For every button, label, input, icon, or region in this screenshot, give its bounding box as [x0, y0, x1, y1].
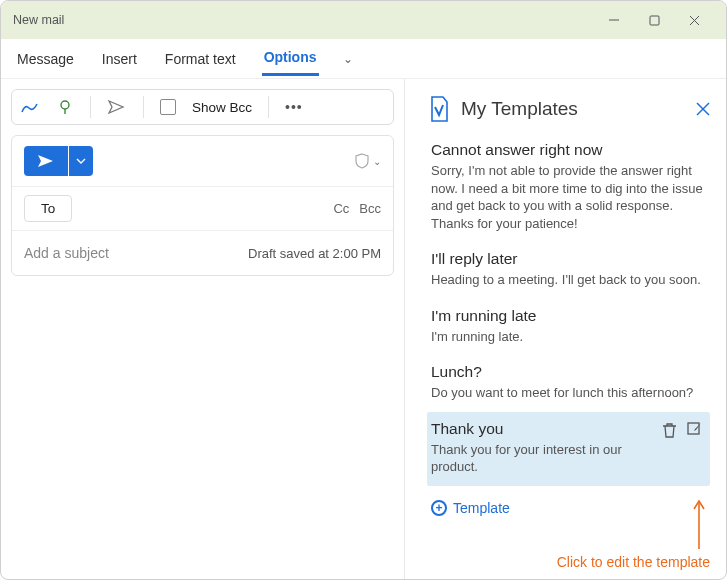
draft-status: Draft saved at 2:00 PM — [248, 246, 381, 261]
edit-template-icon[interactable] — [687, 422, 702, 438]
template-body: Sorry, I'm not able to provide the answe… — [431, 162, 706, 232]
svg-point-4 — [61, 101, 69, 109]
show-bcc-checkbox[interactable] — [160, 99, 176, 115]
send-dropdown[interactable] — [69, 146, 93, 176]
tab-message[interactable]: Message — [15, 43, 76, 75]
window-title: New mail — [13, 13, 64, 27]
send-row: ⌄ — [12, 136, 393, 186]
encryption-icon[interactable] — [355, 153, 369, 169]
template-item[interactable]: Thank youThank you for your interest in … — [427, 412, 710, 486]
subject-input[interactable]: Add a subject — [24, 245, 248, 261]
panel-title: My Templates — [461, 98, 578, 120]
template-body: Heading to a meeting. I'll get back to y… — [431, 271, 706, 289]
options-ribbon: Show Bcc ••• — [11, 89, 394, 125]
template-item[interactable]: Lunch?Do you want to meet for lunch this… — [427, 355, 710, 412]
delete-template-icon[interactable] — [662, 422, 677, 438]
templates-icon — [427, 95, 451, 123]
add-template-label: Template — [453, 500, 510, 516]
template-body: I'm running late. — [431, 328, 706, 346]
tab-format-text[interactable]: Format text — [163, 43, 238, 75]
template-item[interactable]: I'm running lateI'm running late. — [427, 299, 710, 356]
sensitivity-icon[interactable] — [56, 98, 74, 116]
more-options-button[interactable]: ••• — [285, 99, 303, 115]
plus-icon: + — [431, 500, 447, 516]
template-title: Cannot answer right now — [431, 141, 706, 159]
compose-pane: Show Bcc ••• ⌄ To Cc Bcc — [1, 79, 404, 579]
maximize-button[interactable] — [634, 5, 674, 35]
send-later-icon[interactable] — [107, 99, 127, 115]
template-title: Thank you — [431, 420, 660, 438]
template-title: I'm running late — [431, 307, 706, 325]
panel-header: My Templates — [427, 95, 710, 123]
panel-close-button[interactable] — [696, 102, 710, 116]
template-item[interactable]: I'll reply laterHeading to a meeting. I'… — [427, 242, 710, 299]
template-title: Lunch? — [431, 363, 706, 381]
tab-insert[interactable]: Insert — [100, 43, 139, 75]
encryption-dropdown[interactable]: ⌄ — [373, 156, 381, 167]
separator — [268, 96, 269, 118]
template-list: Cannot answer right nowSorry, I'm not ab… — [427, 133, 710, 486]
recipients-row: To Cc Bcc — [12, 186, 393, 230]
bcc-button[interactable]: Bcc — [359, 201, 381, 216]
window-controls — [594, 5, 714, 35]
close-button[interactable] — [674, 5, 714, 35]
annotation-arrow — [692, 499, 706, 549]
svg-rect-1 — [650, 16, 659, 25]
to-button[interactable]: To — [24, 195, 72, 222]
title-bar: New mail — [1, 1, 726, 39]
template-body: Thank you for your interest in our produ… — [431, 441, 660, 476]
message-card: ⌄ To Cc Bcc Add a subject Draft saved at… — [11, 135, 394, 276]
subject-row: Add a subject Draft saved at 2:00 PM — [12, 230, 393, 275]
tab-options[interactable]: Options — [262, 41, 319, 76]
separator — [143, 96, 144, 118]
ribbon-tabs: MessageInsertFormat textOptions⌄ — [1, 39, 726, 79]
signature-icon[interactable] — [20, 98, 40, 116]
send-button[interactable] — [24, 146, 68, 176]
svg-rect-7 — [688, 423, 699, 434]
tabs-overflow-button[interactable]: ⌄ — [343, 52, 353, 66]
template-item[interactable]: Cannot answer right nowSorry, I'm not ab… — [427, 133, 710, 242]
templates-panel: My Templates Cannot answer right nowSorr… — [404, 79, 726, 579]
minimize-button[interactable] — [594, 5, 634, 35]
template-title: I'll reply later — [431, 250, 706, 268]
show-bcc-label: Show Bcc — [192, 100, 252, 115]
add-template-button[interactable]: + Template — [427, 486, 710, 530]
cc-button[interactable]: Cc — [333, 201, 349, 216]
template-body: Do you want to meet for lunch this after… — [431, 384, 706, 402]
separator — [90, 96, 91, 118]
annotation-text: Click to edit the template — [557, 554, 710, 570]
